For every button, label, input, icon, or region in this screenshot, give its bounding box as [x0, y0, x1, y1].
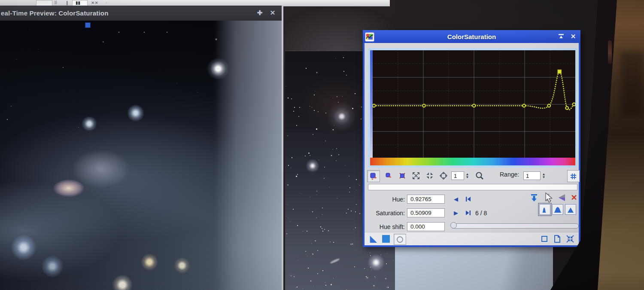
hue-shift-field[interactable]: 0.000 [407, 222, 445, 231]
star [361, 80, 362, 80]
star [333, 149, 333, 150]
star [293, 111, 294, 112]
star [356, 204, 357, 205]
star [286, 86, 286, 86]
star [313, 286, 314, 286]
star [298, 116, 299, 117]
screen-photo: ⠿ ❙ ▮▮ ✕✕ · eal-Time Preview: ColorSatur… [0, 0, 644, 290]
delete-point-mode-button[interactable] [396, 170, 408, 181]
star [310, 155, 310, 156]
interpolation-cubic-button[interactable] [552, 204, 563, 215]
hue-field[interactable]: 0.92765 [407, 195, 445, 204]
saturation-curve[interactable] [373, 50, 575, 158]
star [312, 211, 313, 212]
star [297, 174, 298, 175]
star [359, 213, 360, 214]
pan-mode-icon[interactable] [437, 170, 450, 181]
star [324, 167, 325, 168]
toolbar-icon[interactable]: ❙ [65, 0, 69, 5]
interpolation-linear-button[interactable] [565, 204, 576, 215]
grid-toggle-button[interactable] [567, 170, 580, 182]
documentation-button[interactable] [552, 234, 562, 244]
star [329, 187, 330, 187]
star [11, 106, 12, 107]
zoom-extents-icon[interactable] [410, 170, 422, 181]
galaxy-preview-image[interactable] [0, 21, 282, 290]
star [346, 213, 347, 214]
star [308, 153, 310, 154]
star [294, 276, 295, 277]
realtime-preview-button[interactable] [394, 234, 406, 245]
star [312, 253, 313, 255]
reset-curve-button[interactable]: ✕ [569, 192, 579, 203]
star [331, 284, 332, 285]
zoom-spinbox[interactable]: 1 ▲▼ [451, 171, 471, 180]
star [318, 111, 319, 112]
select-point-mode-button[interactable] [383, 170, 395, 181]
close-icon[interactable]: ✕ [268, 8, 277, 18]
toolbar-icon[interactable]: · [106, 0, 107, 5]
selection-handle[interactable] [85, 22, 91, 28]
curve-status-field [368, 184, 577, 190]
star [322, 208, 323, 208]
star [386, 287, 387, 287]
star [288, 218, 289, 218]
star [315, 240, 316, 241]
previous-point-button[interactable]: ◀ [452, 195, 460, 203]
last-point-button[interactable] [464, 208, 472, 217]
next-point-button[interactable]: ▶ [452, 208, 460, 217]
preview-title-bar[interactable]: eal-Time Preview: ColorSaturation ✚ ✕ [0, 6, 282, 21]
first-point-button[interactable] [464, 195, 472, 203]
invert-curve-button[interactable] [556, 192, 567, 203]
star [370, 253, 370, 253]
star [356, 190, 356, 190]
curve-plot[interactable] [373, 50, 575, 158]
range-spinbox[interactable]: 1 ▲▼ [523, 171, 547, 180]
star [346, 75, 347, 76]
star [314, 95, 315, 95]
slider-handle[interactable] [450, 222, 457, 229]
zoom-value[interactable]: 1 [451, 171, 464, 180]
interpolation-akima-button[interactable] [539, 204, 550, 215]
detach-icon[interactable]: ✚ [255, 8, 264, 18]
saturation-field[interactable]: 0.50909 [407, 208, 445, 217]
apply-button[interactable] [381, 234, 391, 244]
dialog-title-bar[interactable]: ColorSaturation ✕ [363, 30, 580, 43]
range-label: Range: [500, 171, 519, 178]
new-instance-button[interactable] [368, 234, 378, 244]
hue-label: Hue: [366, 196, 405, 203]
toolbar-icon[interactable]: ⠿ [54, 0, 57, 5]
range-value[interactable]: 1 [523, 171, 541, 180]
reset-button[interactable] [565, 234, 575, 244]
close-icon[interactable]: ✕ [568, 32, 578, 41]
track-view-button[interactable] [529, 192, 539, 203]
star [118, 32, 119, 33]
star [307, 256, 307, 256]
star [306, 254, 306, 254]
hue-shift-slider[interactable] [451, 223, 579, 229]
zoom-spin-arrows[interactable]: ▲▼ [464, 171, 471, 180]
toolbar-icon[interactable]: ▮▮ [76, 0, 80, 5]
zoom-contract-icon[interactable] [424, 170, 436, 181]
star [380, 254, 381, 255]
star [370, 267, 371, 268]
star [380, 251, 380, 251]
star [176, 83, 177, 83]
edit-point-mode-button[interactable] [367, 170, 380, 182]
toolbar-icon[interactable]: ✕✕ [91, 0, 98, 5]
star [387, 253, 387, 253]
star [338, 154, 339, 155]
curve-editor[interactable] [368, 48, 577, 168]
star [30, 29, 30, 29]
star [63, 67, 64, 68]
shade-icon[interactable] [556, 32, 566, 41]
star [374, 285, 374, 286]
star [320, 226, 321, 227]
realtime-preview-window: eal-Time Preview: ColorSaturation ✚ ✕ [0, 6, 283, 290]
zoom-in-icon[interactable] [474, 170, 486, 181]
star [293, 209, 294, 210]
star [317, 273, 318, 274]
star [296, 176, 297, 177]
range-spin-arrows[interactable]: ▲▼ [541, 171, 547, 180]
browse-mode-button[interactable] [539, 234, 550, 244]
